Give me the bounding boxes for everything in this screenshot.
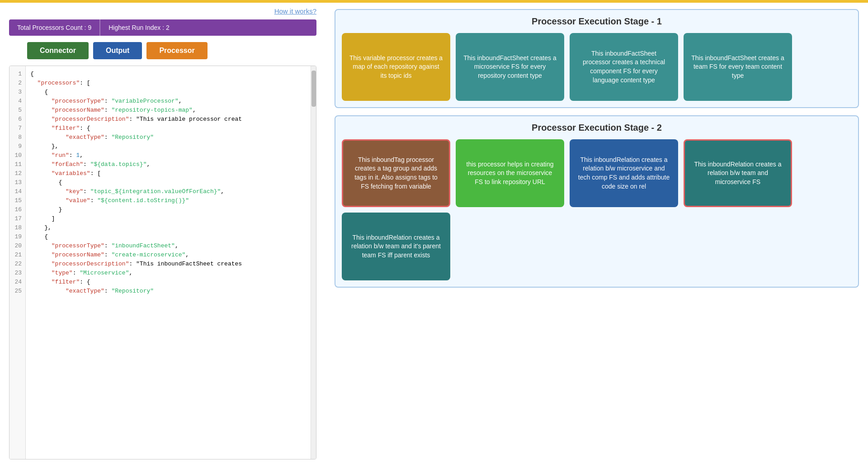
line-numbers: 1234567891011121314151617181920212223242…	[9, 66, 26, 459]
stage-card[interactable]: This variable processor creates a map of…	[342, 33, 450, 101]
stage2-cards: This inboundTag processor creates a tag …	[342, 139, 852, 280]
stage-card[interactable]: This inboundRelation creates a relation …	[684, 139, 792, 207]
how-it-works-link[interactable]: How it works?	[9, 7, 316, 15]
stats-bar: Total Processors Count : 9 Highest Run I…	[9, 19, 316, 36]
processor-button[interactable]: Processor	[146, 42, 207, 59]
stage-card[interactable]: this processor helps in creating resourc…	[456, 139, 564, 207]
toolbar: Connector Output Processor	[9, 42, 316, 59]
stage-card[interactable]: This inboundFactSheet creates a team FS …	[684, 33, 792, 101]
code-content[interactable]: { "processors": [ { "processorType": "va…	[26, 66, 311, 459]
main-layout: How it works? Total Processors Count : 9…	[0, 3, 868, 464]
code-editor[interactable]: 1234567891011121314151617181920212223242…	[9, 66, 316, 459]
scrollbar[interactable]	[311, 66, 316, 459]
stage-card[interactable]: This inboundFactSheet creates a microser…	[456, 33, 564, 101]
left-panel: How it works? Total Processors Count : 9…	[0, 3, 326, 464]
total-processors-stat: Total Processors Count : 9	[9, 19, 100, 36]
stage1-section: Processor Execution Stage - 1 This varia…	[335, 9, 859, 108]
stage2-section: Processor Execution Stage - 2 This inbou…	[335, 115, 859, 288]
stage1-title: Processor Execution Stage - 1	[342, 16, 852, 27]
stage2-title: Processor Execution Stage - 2	[342, 123, 852, 133]
output-button[interactable]: Output	[93, 42, 142, 59]
connector-button[interactable]: Connector	[27, 42, 89, 59]
stage1-cards: This variable processor creates a map of…	[342, 33, 852, 101]
stage-card[interactable]: This inboundRelation creates a relation …	[342, 213, 450, 280]
stage-card[interactable]: This inboundFactSheet processor creates …	[570, 33, 678, 101]
right-panel: Processor Execution Stage - 1 This varia…	[326, 3, 868, 464]
highest-run-stat: Highest Run Index : 2	[100, 19, 178, 36]
stage-card[interactable]: This inboundTag processor creates a tag …	[342, 139, 450, 207]
scrollbar-thumb[interactable]	[311, 71, 316, 107]
stage-card[interactable]: This inboundRelation creates a relation …	[570, 139, 678, 207]
